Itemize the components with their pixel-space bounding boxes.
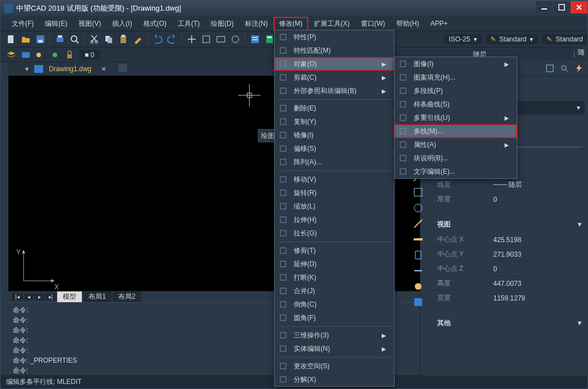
- paste-icon[interactable]: [118, 34, 128, 44]
- prop-view-section[interactable]: 视图▾: [420, 216, 588, 233]
- panel-search-icon[interactable]: [560, 64, 569, 73]
- textstyle-combo[interactable]: ✎Standard▾: [486, 34, 538, 44]
- maximize-button[interactable]: [553, 1, 570, 13]
- tool-icon[interactable]: [413, 187, 424, 198]
- open-icon[interactable]: [21, 34, 31, 44]
- calc-icon[interactable]: [265, 34, 275, 44]
- menu-dim[interactable]: 标注(N): [239, 17, 274, 31]
- cut-icon[interactable]: [89, 34, 99, 44]
- menu-item[interactable]: 对象(O)▶: [275, 57, 394, 71]
- close-tab-icon[interactable]: ×: [101, 64, 106, 73]
- menu-item[interactable]: 更改空间(S): [275, 359, 394, 373]
- menu-item[interactable]: 特性匹配(M): [275, 44, 394, 57]
- save-icon[interactable]: [35, 34, 45, 44]
- layerlock-icon[interactable]: [64, 50, 75, 60]
- menu-item[interactable]: 剪裁(C)▶: [275, 71, 394, 84]
- menu-item[interactable]: 拉长(G): [275, 226, 394, 240]
- zoomwin-icon[interactable]: [216, 34, 226, 44]
- prop-misc-section[interactable]: 其他▾: [420, 314, 588, 331]
- zoomprev-icon[interactable]: [230, 34, 240, 44]
- menu-format[interactable]: 格式(O): [138, 17, 172, 31]
- redo-icon[interactable]: [167, 34, 177, 44]
- menu-item[interactable]: 块说明(B)...: [395, 151, 517, 165]
- menu-insert[interactable]: 插入(I): [107, 17, 137, 31]
- menu-item[interactable]: 删除(E): [275, 101, 394, 115]
- menu-help[interactable]: 帮助(H): [391, 17, 425, 31]
- menu-item[interactable]: 多重引线(U)▶: [395, 111, 517, 124]
- undo-icon[interactable]: [152, 34, 163, 44]
- menu-item[interactable]: 修剪(T): [275, 244, 394, 257]
- new-icon[interactable]: [6, 34, 16, 44]
- menu-item[interactable]: 外部参照和块编辑(B)▶: [275, 84, 394, 98]
- tool-icon[interactable]: [413, 297, 424, 308]
- pan-icon[interactable]: [187, 34, 197, 44]
- tool-icon[interactable]: [413, 265, 424, 276]
- menu-item[interactable]: 圆角(F): [275, 311, 394, 325]
- preview-icon[interactable]: [70, 34, 80, 44]
- menu-tools[interactable]: 工具(T): [172, 17, 205, 31]
- tab-nav-prev[interactable]: ◂: [24, 293, 34, 300]
- menu-window[interactable]: 窗口(W): [355, 17, 391, 31]
- menu-item[interactable]: 缩放(L): [275, 200, 394, 213]
- menu-view[interactable]: 视图(V): [73, 17, 107, 31]
- menu-item[interactable]: 三维操作(3)▶: [275, 328, 394, 342]
- menu-item[interactable]: 阵列(A)...: [275, 155, 394, 169]
- menu-item[interactable]: 图像(I)▶: [395, 57, 517, 71]
- matchprop-icon[interactable]: [133, 34, 143, 44]
- panel-bolt-icon[interactable]: [575, 64, 584, 73]
- layerstate-icon[interactable]: [21, 50, 31, 60]
- new-tab-icon[interactable]: [118, 64, 128, 74]
- menu-edit[interactable]: 编辑(E): [39, 17, 73, 31]
- panel-pin-icon[interactable]: [545, 64, 554, 73]
- menu-item[interactable]: 特性(P): [275, 30, 394, 44]
- menu-item[interactable]: 倒角(C): [275, 298, 394, 311]
- print-icon[interactable]: [55, 34, 65, 44]
- menu-item[interactable]: 图案填充(H)...: [395, 71, 517, 84]
- menu-item[interactable]: 多段线(P): [395, 84, 517, 98]
- prop-thick-row[interactable]: 厚度0: [420, 192, 588, 207]
- copy-icon[interactable]: [104, 34, 114, 44]
- menu-app[interactable]: APP+: [425, 17, 453, 30]
- menu-item[interactable]: 偏移(S): [275, 142, 394, 155]
- menu-item[interactable]: 复制(Y): [275, 115, 394, 128]
- menu-item[interactable]: 属性(A)▶: [395, 138, 517, 151]
- menu-item[interactable]: 移动(V): [275, 173, 394, 186]
- menu-item[interactable]: 分解(X): [275, 373, 394, 386]
- layeroff-icon[interactable]: [50, 50, 60, 60]
- menu-item[interactable]: 实体编辑(N)▶: [275, 342, 394, 355]
- props-icon[interactable]: [250, 34, 260, 44]
- menu-draw[interactable]: 绘图(D): [205, 17, 239, 31]
- menu-item[interactable]: 拉伸(H): [275, 213, 394, 226]
- tab-nav-next[interactable]: ▸: [35, 293, 44, 300]
- close-button[interactable]: [571, 1, 587, 13]
- menu-item[interactable]: 镜像(I): [275, 128, 394, 142]
- tab-nav-last[interactable]: ▸|: [45, 293, 57, 300]
- menu-modify[interactable]: 修改(M): [274, 17, 308, 31]
- tab-nav-first[interactable]: |◂: [12, 293, 23, 300]
- right-edge-tag[interactable]: 随: [575, 45, 588, 59]
- tool-icon[interactable]: [413, 249, 424, 261]
- tool-icon[interactable]: [413, 218, 424, 229]
- layer-current[interactable]: ■ 0: [79, 50, 100, 60]
- minimize-button[interactable]: [536, 1, 553, 13]
- tool-icon[interactable]: [413, 281, 424, 292]
- menu-item[interactable]: 延伸(D): [275, 257, 394, 271]
- menu-item[interactable]: 文字编辑(E)...: [395, 165, 517, 178]
- tablestyle-combo[interactable]: ✎Standard: [542, 34, 587, 44]
- tool-icon[interactable]: [413, 234, 424, 245]
- menu-item[interactable]: 多线(M)...: [395, 124, 517, 138]
- layer-icon[interactable]: [6, 50, 16, 60]
- tab-model[interactable]: 模型: [57, 291, 82, 302]
- menu-item[interactable]: 合并(J): [275, 284, 394, 298]
- menu-item[interactable]: 样条曲线(S): [395, 98, 517, 111]
- layeriso-icon[interactable]: [35, 50, 45, 60]
- prop-lw-row[interactable]: 线宽—— 随层: [420, 178, 588, 192]
- menu-item[interactable]: 旋转(R): [275, 186, 394, 200]
- menu-ext[interactable]: 扩展工具(X): [308, 17, 355, 31]
- tool-icon[interactable]: [413, 202, 424, 214]
- tab-layout1[interactable]: 布局1: [83, 291, 112, 302]
- dimstyle-combo[interactable]: ISO-25▾: [445, 34, 481, 44]
- document-tab[interactable]: Drawing1.dwg: [49, 65, 91, 73]
- zoom-icon[interactable]: [201, 34, 211, 44]
- menu-file[interactable]: 文件(F): [6, 17, 39, 31]
